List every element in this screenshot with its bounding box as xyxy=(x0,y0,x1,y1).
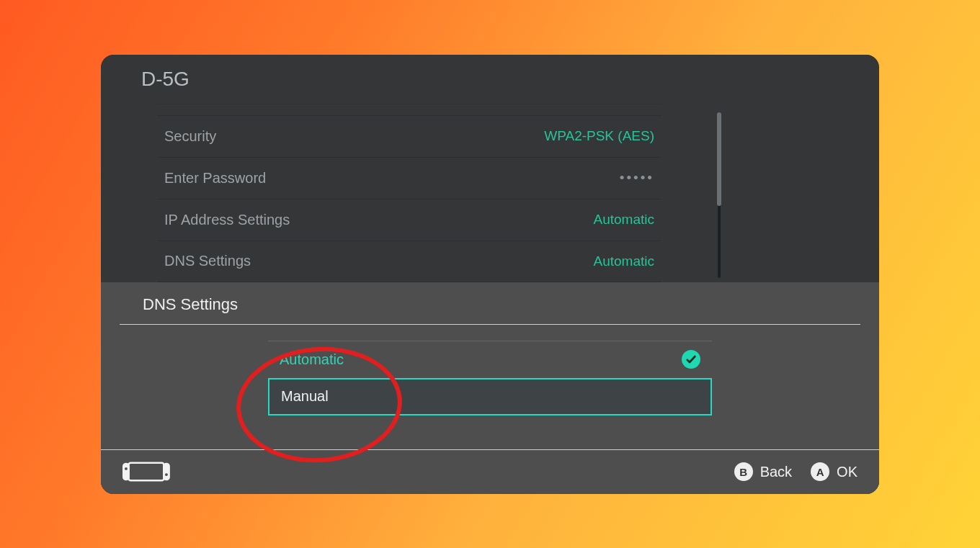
ok-button[interactable]: A OK xyxy=(811,462,858,481)
footer-hints: B Back A OK xyxy=(734,462,858,481)
dns-option-automatic-label: Automatic xyxy=(280,351,344,368)
controller-icon xyxy=(122,462,170,482)
svg-point-3 xyxy=(125,467,128,470)
b-button-icon: B xyxy=(734,462,753,481)
svg-rect-0 xyxy=(128,463,164,481)
back-button[interactable]: B Back xyxy=(734,462,792,481)
dns-option-manual-label: Manual xyxy=(281,388,329,405)
security-label: Security xyxy=(164,128,216,145)
modal-divider xyxy=(120,324,860,325)
password-value: ••••• xyxy=(620,170,654,186)
ok-label: OK xyxy=(837,464,858,480)
dns-settings-label: DNS Settings xyxy=(164,253,251,269)
checkmark-icon xyxy=(682,350,700,369)
security-value: WPA2-PSK (AES) xyxy=(544,128,654,144)
dns-settings-modal: DNS Settings Automatic Manual xyxy=(101,282,879,494)
back-label: Back xyxy=(760,464,792,480)
security-row[interactable]: Security WPA2-PSK (AES) xyxy=(157,115,662,157)
settings-list: SSID DG1670AC2-5G Security WPA2-PSK (AES… xyxy=(157,104,662,282)
ip-settings-value: Automatic xyxy=(594,212,654,228)
modal-title: DNS Settings xyxy=(101,282,879,324)
console-screen: D-5G SSID DG1670AC2-5G Security WPA2-PSK… xyxy=(101,55,879,494)
dns-settings-row[interactable]: DNS Settings Automatic xyxy=(157,241,662,282)
network-title: D-5G xyxy=(101,68,879,104)
dns-option-manual[interactable]: Manual xyxy=(268,378,712,416)
footer-bar: B Back A OK xyxy=(101,449,879,494)
network-settings-panel: D-5G SSID DG1670AC2-5G Security WPA2-PSK… xyxy=(101,55,879,282)
svg-point-4 xyxy=(165,473,168,476)
password-row[interactable]: Enter Password ••••• xyxy=(157,157,662,199)
dns-options-list: Automatic Manual xyxy=(268,341,712,416)
page-background: D-5G SSID DG1670AC2-5G Security WPA2-PSK… xyxy=(0,0,980,548)
password-label: Enter Password xyxy=(164,170,266,187)
scrollbar-thumb[interactable] xyxy=(717,112,721,206)
a-button-icon: A xyxy=(811,462,829,481)
ssid-row[interactable]: SSID DG1670AC2-5G xyxy=(157,104,662,115)
dns-option-automatic[interactable]: Automatic xyxy=(268,341,712,378)
ip-settings-label: IP Address Settings xyxy=(164,212,290,228)
dns-settings-value: Automatic xyxy=(594,253,654,269)
ip-settings-row[interactable]: IP Address Settings Automatic xyxy=(157,199,662,241)
svg-rect-2 xyxy=(163,463,170,481)
svg-rect-1 xyxy=(122,463,130,481)
